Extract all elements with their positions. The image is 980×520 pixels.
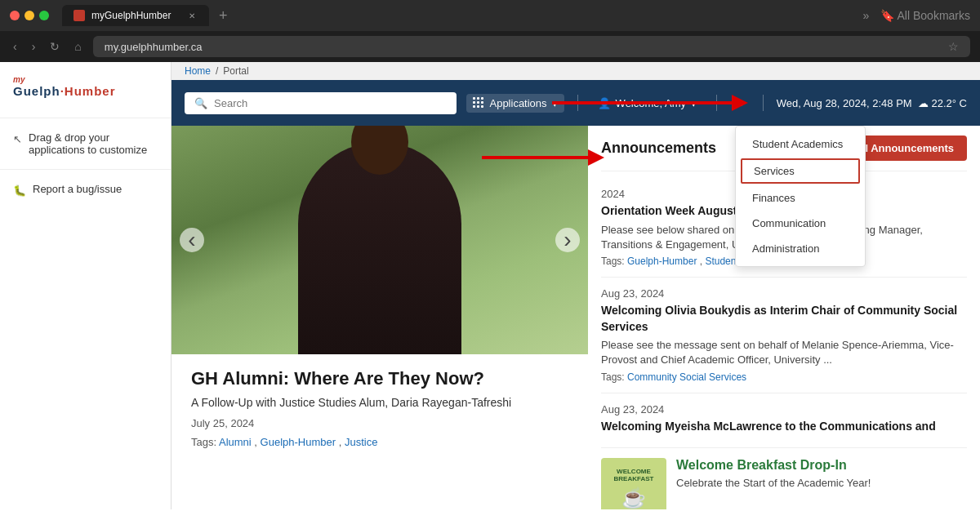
url-text: my.guelphhumber.ca (105, 41, 203, 53)
sidebar-drag-label: Drag & drop your applications to customi… (29, 131, 158, 156)
bookmarks-icon: 🔖 All Bookmarks (880, 9, 970, 22)
tag-justice[interactable]: Justice (345, 436, 377, 448)
hero-bg (172, 126, 588, 354)
ann-tag-community-social[interactable]: Community Social Services (627, 371, 746, 383)
article-date: July 25, 2024 (191, 417, 568, 429)
back-button[interactable]: ‹ (10, 37, 20, 56)
tag-guelph-humber[interactable]: Guelph-Humber (261, 436, 336, 448)
welcome-card-image: WELCOMEBREAKFAST ☕ (601, 458, 666, 509)
breadcrumb-current: Portal (223, 65, 248, 77)
dropdown-item-communication[interactable]: Communication (736, 211, 865, 236)
tab-bar: myGuelphHumber ✕ + (62, 5, 850, 26)
welcome-card-title: Welcome Breakfast Drop-In (676, 458, 967, 473)
dropdown-item-administration[interactable]: Administration (736, 236, 865, 261)
traffic-lights (10, 11, 49, 20)
breadcrumb-separator: / (216, 65, 218, 77)
ann-date-2: Aug 23, 2024 (601, 287, 967, 300)
bookmark-button[interactable]: ☆ (948, 40, 959, 53)
reload-button[interactable]: ↻ (47, 37, 63, 56)
ann-title-3: Welcoming Myeisha McLawrence to the Comm… (601, 419, 967, 435)
logo-prefix: my (13, 75, 158, 84)
sidebar: my Guelph·Humber ↖ Drag & drop your appl… (0, 62, 172, 509)
hero-image: ‹ › (172, 126, 588, 354)
sidebar-report-label: Report a bug/issue (33, 183, 122, 195)
breadcrumb-home[interactable]: Home (185, 65, 211, 77)
datetime-text: Wed, Aug 28, 2024, 2:48 PM (777, 97, 912, 109)
article-tags: Tags: Alumni , Guelph-Humber , Justice (191, 436, 568, 448)
tab-title: myGuelphHumber (91, 10, 171, 21)
tab-favicon (74, 10, 85, 21)
datetime-weather: Wed, Aug 28, 2024, 2:48 PM ☁ 22.2° C (777, 97, 967, 109)
weather-text: 22.2° C (931, 97, 967, 109)
sidebar-report-item[interactable]: 🐛 Report a bug/issue (0, 176, 171, 203)
applications-dropdown: Student Academics Services Finances Comm… (735, 126, 866, 267)
tags-label: Tags: (191, 436, 216, 448)
maximize-button[interactable] (39, 11, 49, 20)
bug-icon: 🐛 (13, 184, 26, 197)
logo-name: Guelph·Humber (13, 84, 158, 98)
search-bar[interactable]: 🔍 (185, 92, 457, 114)
grid-icon (473, 97, 484, 109)
announcement-item-2: Aug 23, 2024 Welcoming Olivia Boukydis a… (601, 278, 967, 393)
user-icon: 👤 (598, 97, 611, 109)
home-button[interactable]: ⌂ (71, 37, 84, 56)
main-content: Home / Portal 🔍 (172, 62, 980, 509)
close-button[interactable] (10, 11, 20, 20)
announcement-item-3: Aug 23, 2024 Welcoming Myeisha McLawrenc… (601, 393, 967, 449)
breadcrumb: Home / Portal (172, 62, 980, 80)
forward-button[interactable]: › (29, 37, 39, 56)
search-input[interactable] (214, 97, 447, 109)
active-tab[interactable]: myGuelphHumber ✕ (62, 5, 209, 26)
address-bar: ‹ › ↻ ⌂ my.guelphhumber.ca ☆ (0, 31, 980, 62)
browser-chrome: myGuelphHumber ✕ + » 🔖 All Bookmarks (0, 0, 980, 31)
dropdown-item-finances[interactable]: Finances (736, 185, 865, 211)
sidebar-divider-1 (0, 118, 171, 118)
article-title: GH Alumni: Where Are They Now? (191, 367, 568, 391)
nav-divider-1 (577, 95, 578, 111)
dropdown-item-student-academics[interactable]: Student Academics (736, 131, 865, 157)
nav-actions: Applications ▾ 👤 Welcome, Amy ▾ ≡ Wed, A… (466, 94, 967, 113)
sidebar-logo: my Guelph·Humber (0, 75, 171, 111)
welcome-card-icon: ☕ (621, 487, 646, 509)
person-head (351, 126, 408, 175)
nav-divider-2 (716, 95, 717, 111)
ann-excerpt-2: Please see the message sent on behalf of… (601, 338, 967, 367)
ann-tag-guelph-humber[interactable]: Guelph-Humber (627, 256, 697, 267)
ann-tags-2: Tags: Community Social Services (601, 371, 967, 383)
prev-article-button[interactable]: ‹ (180, 228, 204, 252)
search-icon: 🔍 (194, 97, 207, 109)
announcements-title: Announcements (601, 140, 716, 157)
hamburger-icon: ≡ (737, 97, 743, 109)
ann-title-2: Welcoming Olivia Boukydis as Interim Cha… (601, 303, 967, 335)
top-nav: 🔍 Applications ▾ (172, 80, 980, 126)
minimize-button[interactable] (24, 11, 34, 20)
dropdown-item-services[interactable]: Services (741, 158, 860, 184)
tag-alumni[interactable]: Alumni (219, 436, 252, 448)
welcome-card-text: Celebrate the Start of the Academic Year… (676, 476, 967, 491)
applications-chevron: ▾ (552, 97, 558, 109)
welcome-card: WELCOMEBREAKFAST ☕ Welcome Breakfast Dro… (601, 448, 967, 509)
welcome-img-title: WELCOMEBREAKFAST (614, 469, 654, 483)
applications-button[interactable]: Applications ▾ (466, 94, 564, 113)
tab-close-button[interactable]: ✕ (186, 10, 198, 21)
extend-icon: » (863, 9, 870, 22)
new-tab-button[interactable]: + (219, 7, 228, 24)
ann-date-3: Aug 23, 2024 (601, 403, 967, 416)
next-article-button[interactable]: › (555, 228, 580, 252)
cursor-icon: ↖ (13, 133, 22, 145)
applications-label: Applications (489, 97, 546, 109)
welcome-label: Welcome, Amy (616, 97, 686, 109)
logo-guelph: Guelph (13, 84, 60, 98)
logo-humber-part: ·Humber (60, 84, 116, 98)
menu-button[interactable]: ≡ (730, 94, 750, 113)
article-subtitle: A Follow-Up with Justice Studies Alum, D… (191, 396, 568, 409)
person-figure (298, 142, 461, 354)
left-panel: ‹ › GH Alumni: Where Are They Now? A Fol… (172, 126, 588, 509)
welcome-card-body: Welcome Breakfast Drop-In Celebrate the … (676, 458, 967, 509)
browser-menu-icons: » 🔖 All Bookmarks (863, 9, 970, 22)
article-body: GH Alumni: Where Are They Now? A Follow-… (172, 354, 588, 461)
sidebar-drag-item: ↖ Drag & drop your applications to custo… (0, 125, 171, 162)
url-input[interactable]: my.guelphhumber.ca ☆ (93, 36, 970, 57)
welcome-button[interactable]: 👤 Welcome, Amy ▾ (591, 94, 703, 113)
app-layout: my Guelph·Humber ↖ Drag & drop your appl… (0, 62, 980, 509)
